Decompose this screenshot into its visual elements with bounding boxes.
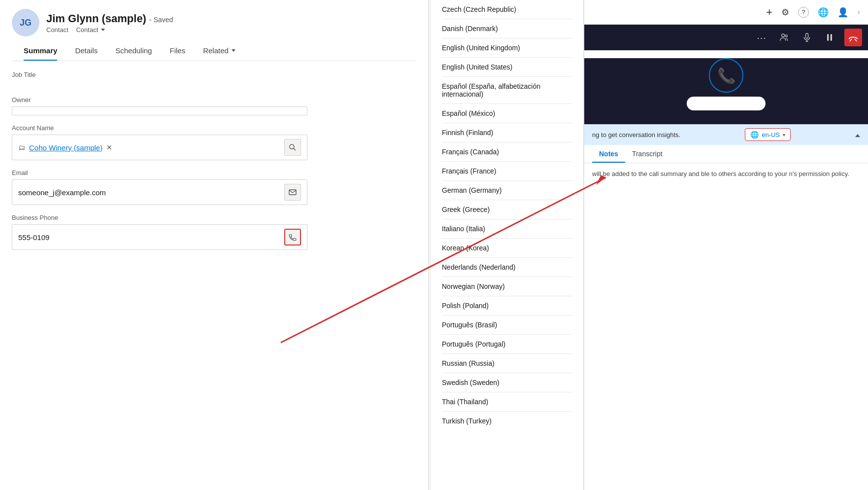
- tab-scheduling-label: Scheduling: [115, 46, 152, 55]
- language-item-german[interactable]: German (Germany): [431, 181, 583, 200]
- globe-icon: 🌐: [750, 131, 759, 139]
- language-dropdown: Czech (Czech Republic) Danish (Denmark) …: [431, 0, 584, 490]
- email-value: someone_j@example.com: [18, 188, 280, 197]
- svg-rect-8: [827, 34, 829, 40]
- language-item-french-france[interactable]: Français (France): [431, 162, 583, 180]
- call-phone-icon: 📞: [717, 67, 735, 84]
- more-options-button[interactable]: ···: [754, 30, 769, 45]
- subtitle-type2-label: Contact: [76, 26, 98, 34]
- phone-call-button[interactable]: [284, 229, 301, 245]
- svg-line-1: [294, 148, 296, 150]
- call-content: 📞: [584, 58, 868, 124]
- crm-subtitle: Contact · Contact: [46, 26, 173, 34]
- owner-field[interactable]: [12, 106, 307, 115]
- account-name-label: Account Name: [12, 124, 416, 132]
- account-name-field[interactable]: 🗂 Coho Winery (sample) ✕: [12, 135, 307, 160]
- tab-files[interactable]: Files: [161, 41, 194, 61]
- notes-info: will be added to the call summary and bl…: [584, 163, 868, 184]
- chevron-down-icon: [101, 29, 105, 31]
- email-send-button[interactable]: [284, 184, 301, 201]
- related-chevron-icon: [232, 49, 235, 52]
- tab-related-label: Related: [203, 46, 229, 55]
- end-call-icon: [848, 34, 858, 41]
- language-item-czech[interactable]: Czech (Czech Republic): [431, 0, 583, 19]
- participants-button[interactable]: [776, 30, 792, 45]
- svg-rect-5: [806, 34, 808, 38]
- account-clear-button[interactable]: ✕: [106, 143, 112, 151]
- more-dots-icon: ···: [757, 32, 767, 43]
- collapse-icon[interactable]: [855, 131, 860, 139]
- language-item-greek[interactable]: Greek (Greece): [431, 200, 583, 219]
- language-item-thai[interactable]: Thai (Thailand): [431, 392, 583, 411]
- avatar: JG: [12, 9, 39, 36]
- hold-icon: [825, 33, 835, 42]
- expand-icon[interactable]: ›: [857, 7, 860, 17]
- language-item-finnish[interactable]: Finnish (Finland): [431, 123, 583, 142]
- language-item-italiano[interactable]: Italiano (Italia): [431, 219, 583, 238]
- search-icon: [289, 143, 297, 151]
- language-item-espanol-spain[interactable]: Español (España, alfabetización internac…: [431, 77, 583, 104]
- job-title-label: Job Title: [12, 71, 416, 78]
- phone-value: 555-0109: [18, 233, 280, 242]
- language-item-russian[interactable]: Russian (Russia): [431, 354, 583, 373]
- subtitle-sep: ·: [71, 26, 73, 34]
- business-phone-label: Business Phone: [12, 214, 416, 221]
- language-item-korean[interactable]: Korean (Korea): [431, 239, 583, 257]
- svg-point-0: [290, 144, 294, 149]
- help-icon[interactable]: ?: [798, 7, 809, 18]
- email-label: Email: [12, 169, 416, 176]
- call-avatar-circle: 📞: [709, 58, 743, 93]
- tab-transcript[interactable]: Transcript: [625, 145, 669, 163]
- transcript-tab-label: Transcript: [632, 150, 663, 158]
- language-selector-button[interactable]: 🌐 en-US ▾: [745, 128, 791, 141]
- subtitle-type1: Contact: [46, 26, 68, 34]
- language-item-polish[interactable]: Polish (Poland): [431, 296, 583, 315]
- hold-button[interactable]: [822, 30, 837, 45]
- contact-name-text: Jim Glynn (sample): [46, 12, 146, 25]
- business-phone-field[interactable]: 555-0109: [12, 224, 307, 250]
- language-item-portuguese-brazil[interactable]: Português (Brasil): [431, 315, 583, 334]
- tab-related[interactable]: Related: [194, 41, 244, 61]
- mute-button[interactable]: [799, 30, 815, 45]
- language-item-swedish[interactable]: Swedish (Sweden): [431, 373, 583, 392]
- crm-title-area: Jim Glynn (sample) - Saved Contact · Con…: [46, 12, 173, 34]
- notes-info-text: will be added to the call summary and bl…: [592, 170, 860, 177]
- tab-summary-label: Summary: [24, 46, 57, 55]
- notes-transcript-tabs: Notes Transcript: [584, 145, 868, 163]
- call-insights-bar: ng to get conversation insights. 🌐 en-US…: [584, 124, 868, 145]
- account-name-link[interactable]: Coho Winery (sample): [29, 143, 102, 152]
- language-item-english-uk[interactable]: English (United Kingdom): [431, 38, 583, 57]
- language-item-french-canada[interactable]: Français (Canada): [431, 142, 583, 161]
- account-search-button[interactable]: [284, 139, 301, 156]
- settings-icon[interactable]: ⚙: [781, 7, 789, 18]
- language-item-espanol-mexico[interactable]: Español (México): [431, 104, 583, 123]
- language-item-english-us[interactable]: English (United States): [431, 58, 583, 76]
- microphone-icon: [802, 33, 812, 42]
- language-item-danish[interactable]: Danish (Denmark): [431, 19, 583, 38]
- language-item-dutch[interactable]: Nederlands (Nederland): [431, 258, 583, 277]
- participants-icon: [779, 33, 789, 42]
- svg-point-4: [785, 35, 787, 37]
- tab-scheduling[interactable]: Scheduling: [106, 41, 161, 61]
- remote-icon[interactable]: 🌐: [818, 7, 829, 18]
- add-icon[interactable]: +: [766, 6, 772, 19]
- insights-text: ng to get conversation insights.: [592, 131, 680, 139]
- tab-details[interactable]: Details: [66, 41, 106, 61]
- tab-summary[interactable]: Summary: [24, 41, 66, 61]
- user-icon[interactable]: 👤: [837, 7, 848, 18]
- contact-type-dropdown[interactable]: Contact: [76, 26, 105, 34]
- tab-notes[interactable]: Notes: [592, 145, 625, 163]
- email-field[interactable]: someone_j@example.com: [12, 179, 307, 205]
- end-call-button[interactable]: [844, 29, 862, 46]
- phone-icon: [288, 233, 297, 242]
- notes-tab-label: Notes: [599, 150, 618, 158]
- crm-header-top: JG Jim Glynn (sample) - Saved Contact · …: [12, 9, 416, 36]
- call-name-bar: [687, 97, 766, 110]
- language-item-turkish[interactable]: Turkish (Turkey): [431, 412, 583, 430]
- call-toolbar: ···: [584, 25, 868, 50]
- language-item-portuguese-portugal[interactable]: Português (Portugal): [431, 335, 583, 353]
- saved-badge: - Saved: [149, 16, 173, 24]
- language-item-norwegian[interactable]: Norwegian (Norway): [431, 277, 583, 296]
- language-selector-label: en-US: [762, 131, 780, 139]
- owner-label: Owner: [12, 96, 416, 104]
